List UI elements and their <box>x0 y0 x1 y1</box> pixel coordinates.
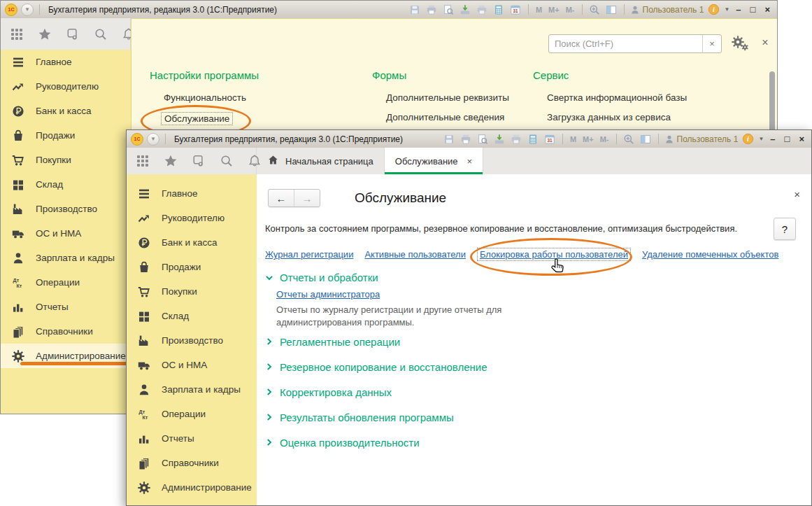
sidebar-item-7[interactable]: Производство <box>1 197 131 221</box>
panel-settings-gear-icon[interactable] <box>730 34 750 53</box>
zoom-in-icon[interactable] <box>622 132 636 146</box>
print-icon[interactable] <box>425 3 439 16</box>
sidebar-item-label: Покупки <box>162 286 197 297</box>
sidebar-item-1[interactable]: Главное <box>1 50 131 74</box>
history-scroll-icon[interactable] <box>66 27 80 41</box>
print-preview-icon[interactable] <box>442 3 455 16</box>
sidebar-item-5[interactable]: Покупки <box>127 279 257 304</box>
close-button[interactable]: × <box>762 4 773 15</box>
link-admin-reports[interactable]: Отчеты администратора <box>276 289 380 300</box>
link-user-lock[interactable]: Блокировка работы пользователей <box>477 248 631 261</box>
sidebar-item-10[interactable]: ДтКтОперации <box>127 402 257 426</box>
system-menu-button[interactable]: ▼ <box>21 3 34 16</box>
link-marked-objects-deletion[interactable]: Удаление помеченных объектов <box>642 249 778 260</box>
sidebar-item-8[interactable]: ОС и НМА <box>127 353 257 377</box>
split-view-icon[interactable] <box>605 3 618 16</box>
calculator-icon[interactable] <box>492 3 506 16</box>
forward-button[interactable]: → <box>294 190 320 206</box>
user-menu[interactable]: Пользователь 1 <box>630 5 704 15</box>
user-menu[interactable]: Пользователь 1 <box>664 134 739 144</box>
memory-button-m-[interactable]: M- <box>599 135 611 143</box>
memory-button-m[interactable]: M <box>534 6 543 14</box>
sidebar-item-10[interactable]: ДтКтОперации <box>1 270 131 295</box>
panel-item-service-data-load[interactable]: Загрузка данных из сервиса <box>547 112 671 122</box>
memory-button-m[interactable]: M <box>569 135 578 143</box>
dropdown-arrow-icon[interactable]: ▼ <box>724 6 729 13</box>
memory-button-m+[interactable]: M+ <box>581 135 595 143</box>
sidebar-item-13[interactable]: Администрирование <box>127 475 257 500</box>
split-view-icon[interactable] <box>639 132 653 146</box>
sidebar-item-11[interactable]: Отчеты <box>1 295 131 319</box>
print-preview-icon[interactable] <box>476 132 490 146</box>
sidebar-item-11[interactable]: Отчеты <box>127 426 257 451</box>
search-magnifier-icon[interactable] <box>94 27 108 41</box>
panel-item-extra-info[interactable]: Дополнительные сведения <box>386 112 504 122</box>
sidebar-item-12[interactable]: Справочники <box>1 319 131 344</box>
sidebar-item-2[interactable]: Руководителю <box>1 74 131 99</box>
close-button[interactable]: × <box>796 134 807 144</box>
sidebar-item-5[interactable]: Покупки <box>1 148 131 172</box>
favorites-star-icon[interactable] <box>38 27 52 41</box>
print-documents-icon[interactable] <box>510 132 523 146</box>
minimize-button[interactable]: – <box>767 134 778 144</box>
sidebar-item-6[interactable]: Склад <box>1 172 131 197</box>
panel-item-functionality[interactable]: Функциональность <box>164 92 246 103</box>
memory-button-m+[interactable]: M+ <box>547 6 561 14</box>
section-2[interactable]: Регламентные операции <box>265 329 487 354</box>
apps-menu-icon[interactable] <box>10 27 24 41</box>
maximize-button[interactable]: □ <box>782 134 793 144</box>
zoom-in-icon[interactable] <box>588 3 601 16</box>
data-load-icon[interactable] <box>493 132 506 146</box>
save-icon[interactable] <box>408 3 422 16</box>
minimize-button[interactable]: – <box>733 4 743 15</box>
system-menu-button[interactable]: ▼ <box>147 133 159 146</box>
sidebar-item-9[interactable]: Зарплата и кадры <box>1 246 131 270</box>
link-registration-journal[interactable]: Журнал регистрации <box>265 249 353 260</box>
help-button[interactable]: ? <box>774 218 796 240</box>
maximize-button[interactable]: □ <box>748 4 759 15</box>
section-reports-processing[interactable]: Отчеты и обработки <box>265 272 378 283</box>
tab-home-page[interactable]: Начальная страница <box>257 148 385 174</box>
sidebar-item-2[interactable]: Руководителю <box>127 206 257 230</box>
section-3[interactable]: Резервное копирование и восстановление <box>265 354 487 379</box>
calendar-icon[interactable]: 31 <box>543 132 557 146</box>
panel-item-service[interactable]: Обслуживание <box>161 112 233 125</box>
panel-item-extra-attributes[interactable]: Дополнительные реквизиты <box>386 92 509 103</box>
search-magnifier-icon[interactable] <box>220 154 234 168</box>
page-close-button[interactable]: × <box>794 188 800 200</box>
sidebar-item-3[interactable]: Банк и касса <box>127 230 257 255</box>
section-5[interactable]: Результаты обновления программы <box>265 405 487 430</box>
tab-service[interactable]: Обслуживание × <box>385 148 483 174</box>
clear-search-button[interactable]: × <box>702 35 721 52</box>
calendar-icon[interactable]: 31 <box>509 3 522 16</box>
sidebar-item-1[interactable]: Главное <box>127 181 257 206</box>
sidebar-item-7[interactable]: Производство <box>127 328 257 353</box>
info-button[interactable]: i <box>707 3 720 16</box>
sidebar-item-3[interactable]: Банк и касса <box>1 99 131 123</box>
sidebar-item-12[interactable]: Справочники <box>127 451 257 475</box>
sidebar-item-9[interactable]: Зарплата и кадры <box>127 377 257 402</box>
dropdown-arrow-icon[interactable]: ▼ <box>758 136 764 142</box>
panel-item-base-collapse[interactable]: Свертка информационной базы <box>547 92 687 103</box>
print-icon[interactable] <box>460 132 473 146</box>
calculator-icon[interactable] <box>527 132 540 146</box>
sidebar-item-4[interactable]: Продажи <box>127 255 257 279</box>
sidebar-item-8[interactable]: ОС и НМА <box>1 221 131 246</box>
apps-menu-icon[interactable] <box>136 154 150 168</box>
tab-close-icon[interactable]: × <box>467 156 473 167</box>
link-active-users[interactable]: Активные пользователи <box>364 249 466 260</box>
data-load-icon[interactable] <box>459 3 472 16</box>
print-documents-icon[interactable] <box>476 3 489 16</box>
save-icon[interactable] <box>443 132 456 146</box>
panel-close-button[interactable]: × <box>758 36 772 50</box>
section-4[interactable]: Корректировка данных <box>265 379 487 405</box>
history-scroll-icon[interactable] <box>192 154 206 168</box>
sidebar-item-4[interactable]: Продажи <box>1 123 131 148</box>
search-input[interactable] <box>549 35 702 52</box>
memory-button-m-[interactable]: M- <box>564 6 576 14</box>
section-6[interactable]: Оценка производительности <box>265 430 487 455</box>
favorites-star-icon[interactable] <box>164 154 178 168</box>
back-button[interactable]: ← <box>269 190 294 206</box>
sidebar-item-6[interactable]: Склад <box>127 304 257 328</box>
info-button[interactable]: i <box>741 132 755 146</box>
